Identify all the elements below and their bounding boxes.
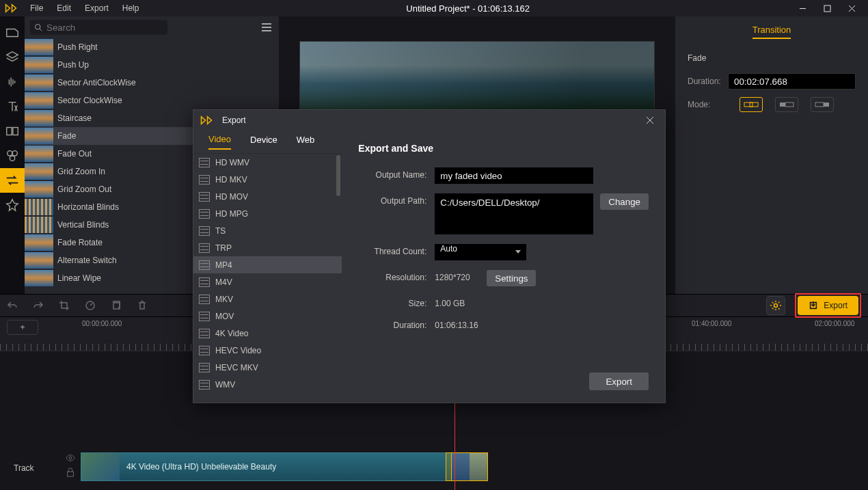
redo-button[interactable] [30,297,46,314]
size-label: Size: [358,296,435,308]
clip-title: 4K Video (Ultra HD) Unbelievable Beauty [120,462,276,472]
transition-item[interactable]: Push Up [25,56,279,74]
format-item[interactable]: 4K Video [193,325,342,342]
tab-video[interactable]: Video [208,134,231,150]
close-button[interactable] [839,0,864,16]
transition-name-label: Linear Wipe [57,273,101,283]
tab-web[interactable]: Web [297,135,315,149]
delete-button[interactable] [134,297,150,314]
transition-thumbnail [25,270,53,286]
svg-rect-26 [68,472,74,476]
format-item[interactable]: TS [193,222,342,239]
rail-transitions-icon[interactable] [0,168,25,193]
export-icon [809,301,818,310]
rail-split-icon[interactable] [0,119,25,144]
film-icon [199,312,210,321]
transition-thumbnail [25,57,53,73]
thread-count-select[interactable]: Auto [435,244,526,260]
scrollbar[interactable] [336,155,340,196]
search-icon [34,23,42,31]
svg-rect-13 [262,30,271,31]
format-item[interactable]: MP4 [193,256,342,273]
rail-effects-icon[interactable] [0,193,25,217]
dialog-logo [200,114,213,126]
svg-point-24 [774,304,778,308]
dialog-close-button[interactable] [642,112,658,128]
output-name-label: Output Name: [358,167,435,180]
duration-input[interactable] [728,73,856,90]
minimize-button[interactable] [790,0,815,16]
film-icon [199,192,210,202]
transition-thumbnail [25,128,53,144]
menu-help[interactable]: Help [116,3,146,13]
mode-prefix-button[interactable] [775,97,798,112]
format-item[interactable]: HD WMV [193,154,342,171]
output-name-input[interactable] [435,167,593,184]
format-item[interactable]: HD MOV [193,188,342,205]
svg-rect-11 [262,23,271,25]
rail-media-icon[interactable] [0,21,25,45]
rail-audio-icon[interactable] [0,70,25,94]
mode-overlap-button[interactable] [740,97,763,112]
rail-layers-icon[interactable] [0,45,25,70]
speed-button[interactable] [82,297,98,314]
format-item[interactable]: MKV [193,290,342,308]
lock-icon[interactable] [66,467,75,477]
transition-item[interactable]: Sector AntiClockWise [25,74,279,92]
rail-elements-icon[interactable] [0,144,25,168]
format-label: HD MOV [215,192,248,202]
export-button[interactable]: Export [798,296,858,315]
add-track-button[interactable]: + [7,320,38,335]
export-dialog: Export Video Device Web HD WMVHD MKVHD M… [193,109,666,403]
transition-thumbnail [25,234,53,251]
film-icon [199,363,210,372]
output-path-label: Output Path: [358,193,435,206]
menu-file[interactable]: File [23,3,50,13]
transition-thumbnail [25,181,53,198]
transition-thumbnail [25,163,53,180]
eye-icon[interactable] [66,454,75,462]
svg-rect-16 [780,103,785,107]
change-path-button[interactable]: Change [600,193,649,210]
format-item[interactable]: HD MPG [193,205,342,222]
format-label: M4V [215,277,232,287]
video-clip-2[interactable] [451,452,488,481]
svg-rect-18 [815,103,824,107]
transition-name-label: Fade Rotate [57,238,103,247]
copy-button[interactable] [108,297,124,314]
format-item[interactable]: WMV [193,376,342,393]
maximize-button[interactable] [815,0,839,16]
crop-button[interactable] [56,297,72,314]
timeline-settings-button[interactable] [766,296,785,315]
format-label: TRP [215,243,232,253]
settings-button[interactable]: Settings [487,270,536,286]
list-view-toggle-icon[interactable] [260,21,273,34]
transition-thumbnail [25,146,53,162]
mode-postfix-button[interactable] [811,97,834,112]
format-item[interactable]: MOV [193,308,342,325]
film-icon [199,175,210,185]
transition-item[interactable]: Sector ClockWise [25,92,279,109]
transition-thumbnail [25,199,53,215]
tab-transition[interactable]: Transition [752,25,791,39]
undo-button[interactable] [4,297,21,314]
dialog-export-button[interactable]: Export [589,372,649,390]
video-clip[interactable]: 4K Video (Ultra HD) Unbelievable Beauty [81,452,487,481]
search-input[interactable] [30,20,167,35]
transition-name-label: Staircase [57,113,92,123]
tab-device[interactable]: Device [250,135,277,149]
transition-name-label: Grid Zoom Out [57,185,111,194]
dialog-title: Export [222,115,246,125]
menu-edit[interactable]: Edit [50,3,78,13]
format-item[interactable]: M4V [193,273,342,290]
format-item[interactable]: HD MKV [193,171,342,188]
format-item[interactable]: TRP [193,239,342,256]
format-item[interactable]: HEVC MKV [193,359,342,376]
transition-item[interactable]: Push Right [25,38,279,56]
menu-export[interactable]: Export [78,3,116,13]
output-path-input[interactable] [435,193,593,234]
rail-text-icon[interactable] [0,94,25,119]
format-label: TS [215,226,226,236]
format-item[interactable]: HEVC Video [193,342,342,359]
ruler-tick: 01:40:00.000 [692,320,731,327]
